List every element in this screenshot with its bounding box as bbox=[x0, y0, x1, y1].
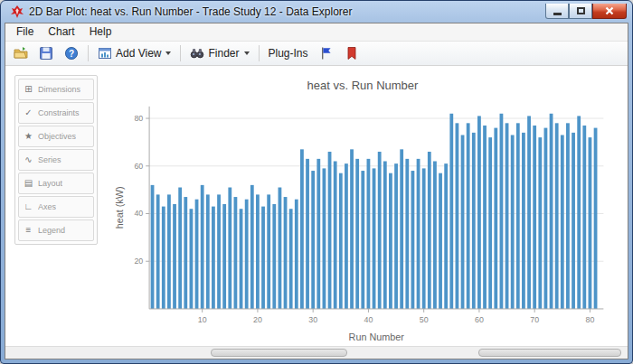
minimize-icon bbox=[553, 13, 562, 15]
bookmark-button[interactable] bbox=[340, 43, 364, 63]
add-view-icon bbox=[98, 46, 112, 61]
main-area: ⊞ Dimensions ✓ Constraints ★ Objectives … bbox=[5, 66, 628, 346]
plugins-label: Plug-Ins bbox=[269, 47, 308, 60]
flag-button[interactable] bbox=[315, 43, 338, 63]
menu-chart[interactable]: Chart bbox=[41, 23, 81, 40]
svg-text:?: ? bbox=[69, 49, 74, 59]
svg-text:10: 10 bbox=[197, 315, 206, 324]
svg-text:60: 60 bbox=[475, 315, 484, 324]
menu-file[interactable]: File bbox=[9, 23, 41, 40]
sidebar-item-layout[interactable]: ▤ Layout bbox=[18, 173, 94, 194]
scrollbar-thumb[interactable] bbox=[478, 349, 621, 357]
svg-text:80: 80 bbox=[585, 315, 594, 324]
add-view-label: Add View bbox=[116, 47, 161, 60]
title-bar[interactable]: 2D Bar Plot: heat vs. Run Number - Trade… bbox=[5, 1, 628, 23]
bookmark-icon bbox=[345, 46, 359, 61]
sidebar-item-label: Series bbox=[38, 155, 61, 164]
svg-text:50: 50 bbox=[419, 315, 428, 324]
toolbar: ? Add View bbox=[5, 42, 628, 66]
axes-icon: ∟ bbox=[24, 201, 33, 211]
grid-icon: ⊞ bbox=[24, 84, 33, 94]
finder-icon bbox=[190, 46, 204, 61]
svg-text:20: 20 bbox=[253, 315, 262, 324]
sidebar-item-label: Layout bbox=[38, 179, 62, 188]
toolbar-separator bbox=[259, 45, 260, 61]
sidebar-item-label: Axes bbox=[38, 202, 56, 211]
open-button[interactable] bbox=[9, 43, 33, 63]
sidebar-item-objectives[interactable]: ★ Objectives bbox=[18, 126, 94, 147]
sidebar-item-axes[interactable]: ∟ Axes bbox=[18, 196, 94, 218]
sidebar-item-legend[interactable]: ≡ Legend bbox=[18, 219, 94, 241]
maximize-icon bbox=[577, 7, 585, 14]
chart-settings-panel: ⊞ Dimensions ✓ Constraints ★ Objectives … bbox=[14, 75, 98, 245]
add-view-button[interactable]: Add View bbox=[93, 43, 175, 63]
window-title: 2D Bar Plot: heat vs. Run Number - Trade… bbox=[29, 5, 540, 18]
sidebar-item-series[interactable]: ∿ Series bbox=[18, 149, 94, 171]
menu-bar: File Chart Help bbox=[5, 23, 628, 42]
page-icon: ▤ bbox=[24, 178, 33, 188]
save-icon bbox=[39, 46, 53, 61]
maximize-button[interactable] bbox=[569, 4, 592, 19]
toolbar-separator bbox=[88, 45, 89, 61]
finder-button[interactable]: Finder bbox=[185, 43, 253, 63]
open-icon bbox=[14, 46, 28, 61]
svg-text:80: 80 bbox=[134, 114, 143, 123]
chart-title: heat vs. Run Number bbox=[307, 79, 419, 92]
list-icon: ≡ bbox=[24, 225, 33, 235]
help-button[interactable]: ? bbox=[60, 43, 83, 63]
save-button[interactable] bbox=[34, 43, 58, 63]
toolbar-separator bbox=[180, 45, 181, 61]
check-icon: ✓ bbox=[24, 107, 33, 117]
svg-text:30: 30 bbox=[308, 315, 317, 324]
app-window: 2D Bar Plot: heat vs. Run Number - Trade… bbox=[0, 0, 633, 364]
svg-text:40: 40 bbox=[364, 315, 373, 324]
bar-chart: 204060801020304050607080Run Numberheat (… bbox=[108, 99, 619, 346]
finder-label: Finder bbox=[208, 47, 239, 60]
sidebar-item-label: Legend bbox=[38, 226, 65, 235]
plugins-button[interactable]: Plug-Ins bbox=[264, 43, 313, 63]
sidebar-item-label: Objectives bbox=[38, 132, 76, 141]
client-area: File Chart Help bbox=[5, 23, 628, 359]
sidebar-item-label: Dimensions bbox=[38, 85, 80, 94]
sidebar-item-constraints[interactable]: ✓ Constraints bbox=[18, 102, 94, 124]
help-icon: ? bbox=[64, 46, 79, 61]
svg-text:20: 20 bbox=[134, 257, 143, 266]
svg-text:40: 40 bbox=[134, 209, 143, 218]
close-icon bbox=[605, 6, 614, 15]
close-button[interactable] bbox=[592, 4, 627, 19]
horizontal-scrollbar bbox=[5, 346, 628, 359]
star-icon: ★ bbox=[24, 131, 33, 141]
chevron-down-icon bbox=[165, 51, 171, 55]
wave-icon: ∿ bbox=[24, 154, 33, 164]
menu-help[interactable]: Help bbox=[82, 23, 119, 40]
svg-text:60: 60 bbox=[134, 162, 143, 171]
scrollbar-thumb[interactable] bbox=[211, 349, 347, 357]
svg-text:70: 70 bbox=[530, 315, 539, 324]
sidebar-item-dimensions[interactable]: ⊞ Dimensions bbox=[18, 79, 94, 100]
svg-text:Run Number: Run Number bbox=[348, 331, 404, 342]
minimize-button[interactable] bbox=[545, 4, 569, 19]
app-icon bbox=[10, 5, 24, 19]
sidebar-item-label: Constraints bbox=[38, 108, 80, 117]
svg-text:heat (kW): heat (kW) bbox=[113, 186, 124, 229]
chart-panel: heat vs. Run Number 20406080102030405060… bbox=[98, 66, 628, 346]
chevron-down-icon bbox=[244, 51, 250, 55]
flag-icon bbox=[319, 46, 334, 61]
